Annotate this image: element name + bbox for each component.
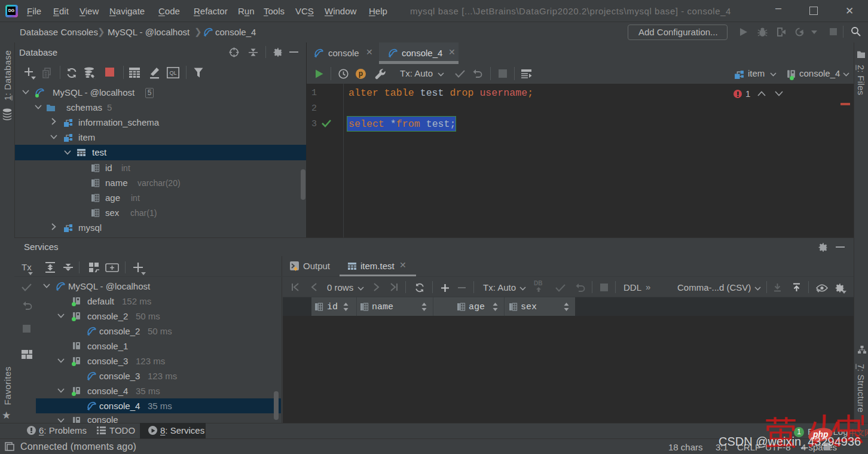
svg-text:QL: QL [169,70,176,76]
